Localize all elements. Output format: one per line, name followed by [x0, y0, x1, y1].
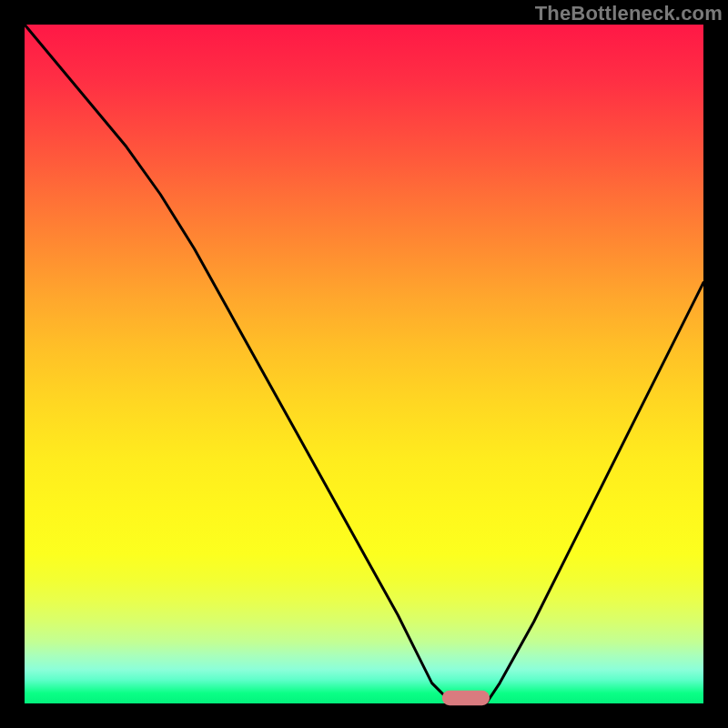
- bottleneck-curve: [25, 25, 703, 703]
- watermark-text: TheBottleneck.com: [535, 2, 723, 25]
- chart-overlay: [25, 25, 703, 703]
- sweet-spot-marker: [442, 691, 490, 705]
- chart-container: TheBottleneck.com: [0, 0, 728, 728]
